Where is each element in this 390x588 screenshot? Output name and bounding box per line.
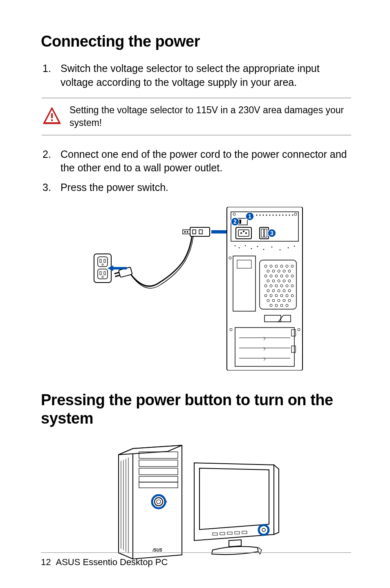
svg-point-33 — [289, 214, 290, 215]
product-name: ASUS Essentio Desktop PC — [56, 557, 168, 568]
svg-point-53 — [271, 247, 272, 248]
svg-point-56 — [294, 246, 295, 247]
caution-icon — [42, 106, 62, 127]
svg-point-10 — [102, 276, 103, 278]
svg-point-41 — [245, 232, 247, 234]
svg-point-28 — [272, 214, 273, 215]
svg-point-34 — [292, 214, 293, 215]
ordered-list-2: 2. Connect one end of the power cord to … — [41, 148, 351, 195]
svg-rect-4 — [100, 259, 101, 263]
svg-point-25 — [262, 214, 264, 215]
svg-rect-7 — [98, 269, 108, 279]
svg-rect-9 — [104, 272, 105, 275]
svg-text:2: 2 — [233, 218, 237, 225]
svg-rect-3 — [98, 257, 108, 267]
svg-rect-19 — [187, 231, 188, 233]
list-text: Switch the voltage selector to select th… — [61, 62, 351, 90]
page-number: 12 — [41, 557, 51, 568]
figure-power-button: /SUS — [41, 440, 351, 563]
svg-point-32 — [285, 214, 287, 215]
svg-rect-0 — [51, 113, 53, 118]
svg-text:1: 1 — [248, 213, 251, 220]
svg-rect-17 — [183, 230, 190, 234]
svg-rect-1 — [51, 119, 53, 121]
heading-pressing-power-button: Pressing the power button to turn on the… — [41, 391, 351, 428]
svg-point-50 — [251, 248, 252, 249]
list-text: Press the power switch. — [61, 181, 351, 195]
svg-point-24 — [259, 214, 260, 215]
svg-rect-14 — [190, 227, 210, 236]
svg-point-55 — [287, 247, 289, 249]
list-item-3: 3. Press the power switch. — [41, 181, 351, 195]
svg-rect-18 — [184, 231, 186, 233]
caution-box: Setting the voltage selector to 115V in … — [42, 98, 351, 135]
svg-point-29 — [276, 214, 277, 215]
svg-point-26 — [266, 214, 267, 215]
svg-point-51 — [257, 246, 258, 247]
svg-text:3: 3 — [270, 230, 273, 236]
svg-rect-5 — [104, 259, 105, 263]
svg-point-47 — [234, 245, 235, 247]
svg-text:/SUS: /SUS — [152, 548, 162, 552]
svg-point-39 — [240, 232, 242, 234]
svg-point-40 — [243, 231, 244, 232]
svg-rect-42 — [260, 227, 269, 239]
svg-point-129 — [155, 498, 163, 506]
list-number: 1. — [41, 62, 61, 90]
svg-point-48 — [238, 247, 240, 249]
svg-point-30 — [279, 214, 280, 215]
list-number: 2. — [41, 148, 61, 175]
svg-point-27 — [269, 214, 270, 215]
caution-text: Setting the voltage selector to 115V in … — [69, 101, 351, 132]
list-text: Connect one end of the power cord to the… — [61, 148, 351, 175]
svg-rect-8 — [100, 272, 101, 275]
list-item-1: 1. Switch the voltage selector to select… — [41, 62, 351, 90]
page-footer: 12 ASUS Essentio Desktop PC — [41, 552, 351, 568]
ordered-list-1: 1. Switch the voltage selector to select… — [41, 62, 351, 90]
heading-connecting-power: Connecting the power — [41, 33, 351, 50]
svg-rect-12 — [114, 272, 119, 274]
svg-point-52 — [263, 249, 264, 250]
svg-point-6 — [102, 264, 103, 265]
svg-point-23 — [256, 214, 257, 215]
svg-point-49 — [244, 245, 246, 247]
svg-rect-13 — [115, 274, 120, 277]
list-item-2: 2. Connect one end of the power cord to … — [41, 148, 351, 175]
figure-power-connection: 1 2 3 — [41, 207, 351, 370]
list-number: 3. — [41, 181, 61, 195]
svg-point-54 — [279, 249, 280, 251]
svg-point-31 — [282, 214, 283, 215]
